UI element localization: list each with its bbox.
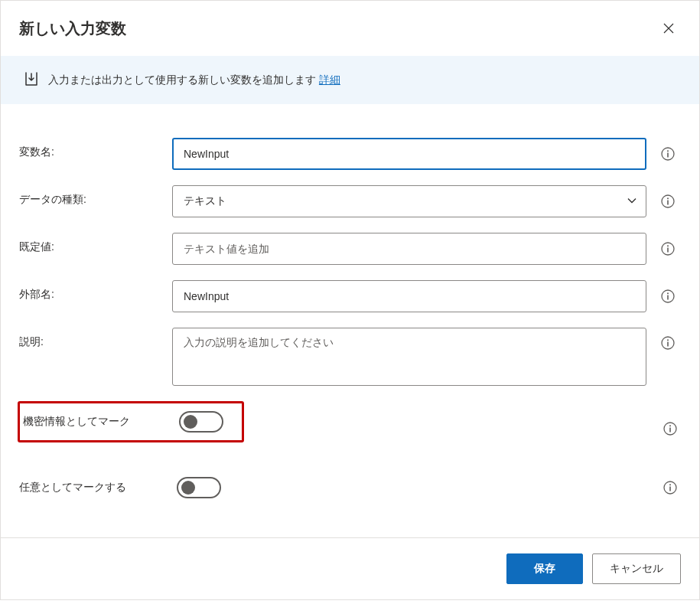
svg-rect-8 xyxy=(667,248,669,253)
variable-name-input[interactable] xyxy=(172,138,646,170)
new-input-variable-dialog: 新しい入力変数 入力または出力として使用する新しい変数を追加します 詳細 変数名… xyxy=(0,0,700,600)
info-button-variable-name[interactable] xyxy=(657,143,679,165)
svg-point-4 xyxy=(667,198,669,199)
label-description: 説明: xyxy=(19,328,172,349)
info-icon xyxy=(661,242,675,256)
banner-message: 入力または出力として使用する新しい変数を追加します xyxy=(48,73,316,86)
row-mark-optional: 任意としてマークする xyxy=(19,472,681,504)
svg-point-19 xyxy=(669,484,671,485)
info-icon xyxy=(661,194,675,208)
import-icon xyxy=(24,71,39,89)
svg-rect-5 xyxy=(667,201,669,205)
svg-rect-17 xyxy=(669,428,671,433)
dialog-title: 新しい入力変数 xyxy=(19,18,126,39)
label-external-name: 外部名: xyxy=(19,280,172,302)
svg-point-7 xyxy=(667,245,669,246)
svg-point-1 xyxy=(667,150,669,152)
info-banner: 入力または出力として使用する新しい変数を追加します 詳細 xyxy=(1,56,699,104)
dialog-footer: 保存 キャンセル xyxy=(1,537,699,599)
info-icon xyxy=(663,481,677,495)
label-mark-sensitive: 機密情報としてマーク xyxy=(20,415,179,429)
toggle-mark-sensitive[interactable] xyxy=(179,411,223,433)
label-variable-name: 変数名: xyxy=(19,138,172,159)
svg-rect-11 xyxy=(667,295,669,300)
info-button-mark-sensitive[interactable] xyxy=(659,418,681,439)
close-button[interactable] xyxy=(656,16,681,41)
info-icon xyxy=(663,422,677,436)
save-button[interactable]: 保存 xyxy=(506,553,583,584)
details-link[interactable]: 詳細 xyxy=(319,73,340,86)
info-button-default-value[interactable] xyxy=(657,238,679,260)
label-mark-optional: 任意としてマークする xyxy=(19,481,177,495)
info-button-description[interactable] xyxy=(657,332,679,354)
banner-text: 入力または出力として使用する新しい変数を追加します 詳細 xyxy=(48,73,340,87)
svg-rect-2 xyxy=(667,153,669,158)
svg-point-10 xyxy=(667,292,669,294)
label-data-type: データの種類: xyxy=(19,185,172,207)
data-type-select[interactable] xyxy=(172,185,646,217)
form-body: 変数名: データの種類: xyxy=(1,104,699,537)
row-variable-name: 変数名: xyxy=(19,138,681,170)
svg-point-13 xyxy=(667,339,669,341)
info-button-data-type[interactable] xyxy=(657,191,679,212)
close-icon xyxy=(663,23,674,34)
row-default-value: 既定値: xyxy=(19,233,681,265)
toggle-mark-optional[interactable] xyxy=(177,477,221,498)
svg-rect-14 xyxy=(667,342,669,347)
label-default-value: 既定値: xyxy=(19,233,172,254)
description-textarea[interactable] xyxy=(172,328,646,386)
info-icon xyxy=(661,289,675,303)
info-button-external-name[interactable] xyxy=(657,286,679,307)
external-name-input[interactable] xyxy=(172,280,646,312)
default-value-input[interactable] xyxy=(172,233,646,265)
svg-point-16 xyxy=(669,425,671,426)
svg-rect-20 xyxy=(669,487,671,491)
row-description: 説明: xyxy=(19,328,681,386)
dialog-header: 新しい入力変数 xyxy=(1,1,699,56)
info-icon xyxy=(661,147,675,161)
highlight-mark-sensitive: 機密情報としてマーク xyxy=(18,401,244,442)
cancel-button[interactable]: キャンセル xyxy=(592,553,681,584)
row-data-type: データの種類: xyxy=(19,185,681,217)
info-button-mark-optional[interactable] xyxy=(659,477,681,498)
row-mark-sensitive: 機密情報としてマーク xyxy=(19,401,681,456)
row-external-name: 外部名: xyxy=(19,280,681,312)
info-icon xyxy=(661,336,675,350)
